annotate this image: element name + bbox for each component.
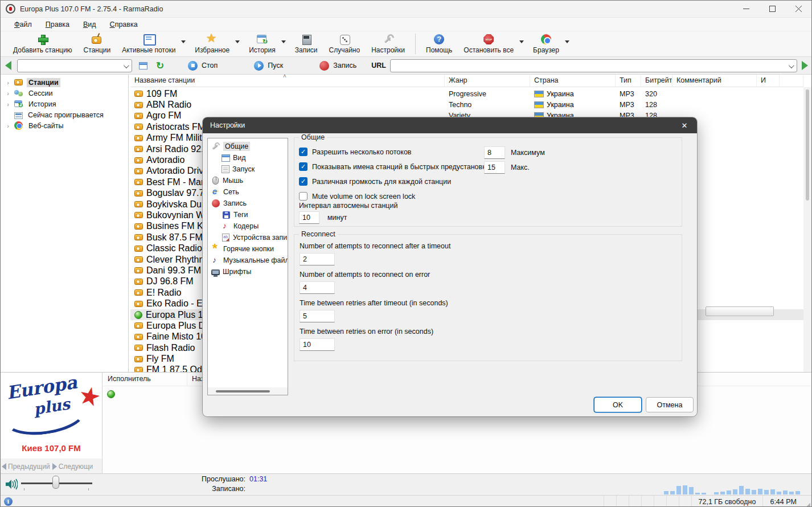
dialog-titlebar: Настройки ✕ [203,117,697,133]
volume-slider-thumb[interactable] [52,476,59,489]
radio-icon [134,223,143,230]
back-arrow-button[interactable] [5,61,11,70]
vertical-scrollbar[interactable] [803,87,811,372]
close-button[interactable] [785,1,811,17]
sidebar-item[interactable]: › История [1,99,128,109]
dropdown-caret-icon[interactable] [235,40,240,43]
dropdown-caret-icon[interactable] [519,40,524,43]
settings-tree-item[interactable]: Горячие кнопки [208,243,288,255]
reconnect-field-input[interactable] [300,338,335,351]
dialog-close-button[interactable]: ✕ [672,117,697,133]
devices-icon [222,234,229,242]
reconnect-field-input[interactable] [300,281,335,294]
visualizer-bar [683,485,687,494]
info-icon[interactable]: i [4,497,13,506]
expand-chevron-icon[interactable]: › [5,90,11,97]
cancel-button[interactable]: Отмена [646,397,694,412]
checkbox-row[interactable]: Mute volume on lock screen lock [299,191,490,201]
checkbox[interactable]: ✓ [299,162,307,171]
column-header[interactable]: Название станции [130,75,445,87]
toolbar-button-history[interactable]: История [243,31,281,56]
settings-tree-item[interactable]: Устройства запи [208,232,288,243]
toolbar-button-records[interactable]: Записи [289,31,323,56]
go-arrow-button[interactable] [802,61,808,70]
settings-tree-item[interactable]: Запуск [208,163,288,175]
checkbox[interactable]: ✓ [299,148,307,156]
menu-item[interactable]: Файл [9,19,38,30]
interval-input[interactable] [299,211,319,224]
toolbar-button-random[interactable]: Случайно [323,31,366,56]
visualizer-bar [664,491,669,494]
sidebar-item[interactable]: › Веб-сайты [1,120,128,131]
settings-tree-hscrollbar[interactable] [208,387,288,395]
menu-item[interactable]: Справка [104,19,143,30]
dropdown-caret-icon[interactable] [565,40,569,43]
station-combobox[interactable] [17,59,132,72]
checkbox-row[interactable]: ✓ Различная громкость для каждой станции [299,177,490,186]
next-button[interactable]: Следующи [51,463,95,471]
toolbar-button-stop-all[interactable]: Остановить все [458,31,519,56]
scrollbar-thumb[interactable] [806,89,809,201]
sidebar-item-label: Сейчас проигрывается [26,111,105,120]
checkbox-row[interactable]: ✓ Разрешить несколько потоков [299,147,490,157]
expand-chevron-icon[interactable]: › [5,79,11,86]
max-presets-input[interactable] [484,161,505,174]
max-streams-input[interactable] [484,146,505,159]
settings-tree-item[interactable]: Сеть [208,186,288,198]
sidebar-item[interactable]: › Станции [1,77,128,88]
play-button[interactable]: Пуск [249,60,288,72]
toolbar-button-help[interactable]: Помощь [420,31,458,56]
sidebar-item[interactable]: Сейчас проигрывается [1,109,128,120]
minimize-button[interactable] [733,1,759,17]
column-header[interactable]: Тип [616,75,641,87]
column-header[interactable]: И [757,75,780,87]
settings-tree-item[interactable]: Запись [208,198,288,209]
toolbar-button-active-streams[interactable]: Активные потоки [116,31,181,56]
stop-button[interactable]: Стоп [183,60,222,72]
dropdown-caret-icon[interactable] [281,40,286,43]
station-row[interactable]: ABN Radio Techno Украина MP3 128 [130,99,803,110]
checkbox[interactable]: ✓ [299,177,307,186]
column-header[interactable]: Жанр [445,75,530,87]
ok-button[interactable]: OK [594,397,642,412]
menu-item[interactable]: Правка [40,19,75,30]
toolbar-button-label: Случайно [329,46,360,54]
station-row[interactable]: 109 FM Progressive Украина MP3 320 [130,88,803,99]
settings-tree-item[interactable]: Шрифты [208,266,288,277]
station-info-button[interactable] [137,59,149,72]
settings-tree-item[interactable]: Кодеры [208,220,288,232]
settings-tree-item[interactable]: Мышь [208,175,288,186]
url-combobox[interactable] [390,59,797,72]
record-button[interactable]: Запись [315,60,361,72]
toolbar-button-stations[interactable]: Станции [78,31,117,56]
settings-tree-item[interactable]: Музыкальные файл [208,255,288,266]
toolbar-button-settings[interactable]: Настройки [366,31,411,56]
toolbar-button-favorites[interactable]: Избранное [189,31,235,56]
toolbar-button-browser[interactable]: Браузер [527,31,565,56]
settings-tree-item[interactable]: Вид [208,152,288,163]
play-button-label: Пуск [268,62,283,69]
settings-tree-item[interactable]: Общие [208,141,288,152]
previous-button[interactable]: Предыдущий [1,463,51,471]
column-header[interactable]: Страна [530,75,616,87]
dropdown-caret-icon[interactable] [181,40,186,43]
reconnect-field-input[interactable] [300,310,335,322]
refresh-button[interactable]: ↻ [154,59,166,72]
settings-tree-item[interactable]: Теги [208,209,288,220]
expand-chevron-icon[interactable]: › [5,122,11,129]
listened-value: 01:31 [249,475,267,484]
menu-item[interactable]: Вид [77,19,102,30]
expand-chevron-icon[interactable]: › [5,101,11,108]
sidebar-item[interactable]: › Сессии [1,88,128,99]
reconnect-field-input[interactable] [300,253,335,265]
resize-grip[interactable] [803,496,811,507]
radio-icon [134,113,143,119]
checkbox-row[interactable]: ✓ Показывать имена станций в быстрых пре… [299,162,490,171]
maximize-button[interactable] [759,1,785,17]
toolbar-button-add-station[interactable]: Добавить станцию [7,31,78,56]
column-header[interactable]: Комментарий [672,75,757,87]
settings-tree-item-label: Общие [223,142,250,151]
column-header[interactable]: Битрейт [641,75,672,87]
record-icon [319,61,329,71]
checkbox[interactable] [299,192,307,201]
